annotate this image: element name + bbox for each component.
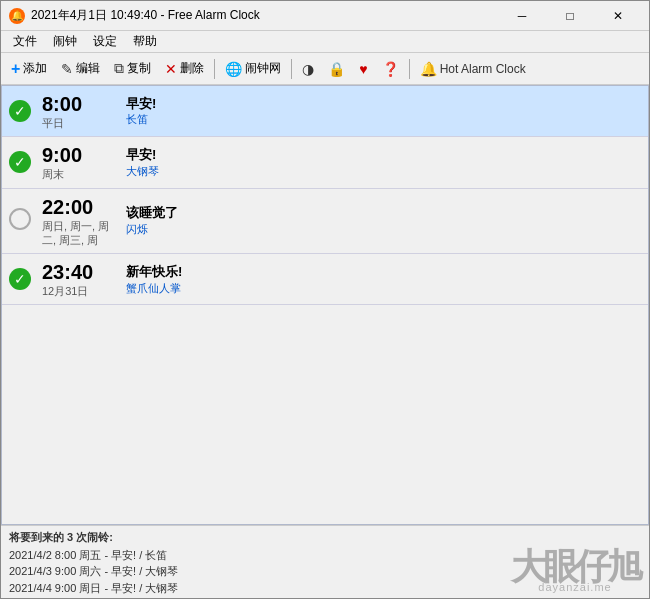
alarm-label: 早安!: [126, 147, 640, 164]
menu-settings[interactable]: 设定: [85, 31, 125, 52]
help-button[interactable]: ❓: [376, 58, 405, 80]
menubar: 文件 闹钟 设定 帮助: [1, 31, 649, 53]
check-enabled-icon: ✓: [9, 100, 31, 122]
alarm-info-cell: 早安!大钢琴: [118, 137, 648, 188]
alarm-sound: 闪烁: [126, 222, 640, 236]
alarm-check-cell[interactable]: ✓: [2, 86, 38, 137]
status-title: 将要到来的 3 次闹铃:: [9, 530, 641, 545]
alarm-check-cell[interactable]: ✓: [2, 254, 38, 305]
alarm-info-cell: 早安!长笛: [118, 86, 648, 137]
delete-label: 删除: [180, 60, 204, 77]
content-wrapper: ✓8:00平日早安!长笛✓9:00周末早安!大钢琴22:00周日, 周一, 周二…: [1, 85, 649, 598]
toolbar-sep-2: [291, 59, 292, 79]
window-title: 2021年4月1日 10:49:40 - Free Alarm Clock: [31, 7, 499, 24]
watermark: 大眼仔旭 dayanzai.me: [511, 549, 639, 593]
web-icon: 🌐: [225, 61, 242, 77]
lock-icon: 🔒: [328, 61, 345, 77]
close-button[interactable]: ✕: [595, 1, 641, 31]
alarm-day: 12月31日: [42, 284, 114, 298]
theme-icon: ◑: [302, 61, 314, 77]
menu-alarm[interactable]: 闹钟: [45, 31, 85, 52]
delete-icon: ✕: [165, 61, 177, 77]
alarm-time: 9:00: [42, 143, 114, 167]
alarm-table: ✓8:00平日早安!长笛✓9:00周末早安!大钢琴22:00周日, 周一, 周二…: [2, 86, 648, 305]
alarm-day: 周日, 周一, 周二, 周三, 周: [42, 219, 114, 248]
watermark-eyes: 大眼仔旭: [511, 549, 639, 585]
alarm-info-cell: 新年快乐!蟹爪仙人掌: [118, 254, 648, 305]
alarm-time-cell: 22:00周日, 周一, 周二, 周三, 周: [38, 188, 118, 254]
alarm-label: 新年快乐!: [126, 264, 640, 281]
lock-button[interactable]: 🔒: [322, 58, 351, 80]
app-icon: 🔔: [9, 8, 25, 24]
copy-label: 复制: [127, 60, 151, 77]
check-disabled-icon: [9, 208, 31, 230]
heart-icon: ♥: [359, 61, 367, 77]
hot-alarm-label: Hot Alarm Clock: [440, 62, 526, 76]
alarm-day: 平日: [42, 116, 114, 130]
web-label: 闹钟网: [245, 60, 281, 77]
check-enabled-icon: ✓: [9, 268, 31, 290]
alarm-time-cell: 23:4012月31日: [38, 254, 118, 305]
edit-icon: ✎: [61, 61, 73, 77]
edit-label: 编辑: [76, 60, 100, 77]
alarm-time-cell: 9:00周末: [38, 137, 118, 188]
toolbar-sep-1: [214, 59, 215, 79]
delete-button[interactable]: ✕ 删除: [159, 57, 210, 80]
titlebar-controls: ─ □ ✕: [499, 1, 641, 31]
titlebar: 🔔 2021年4月1日 10:49:40 - Free Alarm Clock …: [1, 1, 649, 31]
add-button[interactable]: + 添加: [5, 57, 53, 81]
check-enabled-icon: ✓: [9, 151, 31, 173]
alarm-time: 22:00: [42, 195, 114, 219]
alarm-list-container[interactable]: ✓8:00平日早安!长笛✓9:00周末早安!大钢琴22:00周日, 周一, 周二…: [1, 85, 649, 525]
alarm-sound: 大钢琴: [126, 164, 640, 178]
toolbar: + 添加 ✎ 编辑 ⧉ 复制 ✕ 删除 🌐 闹钟网 ◑ 🔒 ♥: [1, 53, 649, 85]
hot-icon: 🔔: [420, 61, 437, 77]
alarm-check-cell[interactable]: ✓: [2, 137, 38, 188]
add-icon: +: [11, 60, 20, 78]
alarm-row[interactable]: ✓9:00周末早安!大钢琴: [2, 137, 648, 188]
hot-alarm-button[interactable]: 🔔 Hot Alarm Clock: [414, 58, 532, 80]
alarm-info-cell: 该睡觉了闪烁: [118, 188, 648, 254]
menu-file[interactable]: 文件: [5, 31, 45, 52]
minimize-button[interactable]: ─: [499, 1, 545, 31]
status-bar: 将要到来的 3 次闹铃: 2021/4/2 8:00 周五 - 早安! / 长笛…: [1, 525, 649, 599]
alarm-time: 23:40: [42, 260, 114, 284]
toolbar-sep-3: [409, 59, 410, 79]
theme-button[interactable]: ◑: [296, 58, 320, 80]
edit-button[interactable]: ✎ 编辑: [55, 57, 106, 80]
alarm-check-cell[interactable]: [2, 188, 38, 254]
alarm-day: 周末: [42, 167, 114, 181]
copy-button[interactable]: ⧉ 复制: [108, 57, 157, 80]
copy-icon: ⧉: [114, 60, 124, 77]
web-button[interactable]: 🌐 闹钟网: [219, 57, 287, 80]
heart-button[interactable]: ♥: [353, 58, 373, 80]
alarm-time-cell: 8:00平日: [38, 86, 118, 137]
menu-help[interactable]: 帮助: [125, 31, 165, 52]
maximize-button[interactable]: □: [547, 1, 593, 31]
alarm-label: 早安!: [126, 96, 640, 113]
alarm-row[interactable]: 22:00周日, 周一, 周二, 周三, 周该睡觉了闪烁: [2, 188, 648, 254]
alarm-row[interactable]: ✓23:4012月31日新年快乐!蟹爪仙人掌: [2, 254, 648, 305]
alarm-sound: 蟹爪仙人掌: [126, 281, 640, 295]
help-icon: ❓: [382, 61, 399, 77]
alarm-label: 该睡觉了: [126, 205, 640, 222]
alarm-time: 8:00: [42, 92, 114, 116]
alarm-sound: 长笛: [126, 112, 640, 126]
add-label: 添加: [23, 60, 47, 77]
app-window: 🔔 2021年4月1日 10:49:40 - Free Alarm Clock …: [0, 0, 650, 599]
alarm-row[interactable]: ✓8:00平日早安!长笛: [2, 86, 648, 137]
